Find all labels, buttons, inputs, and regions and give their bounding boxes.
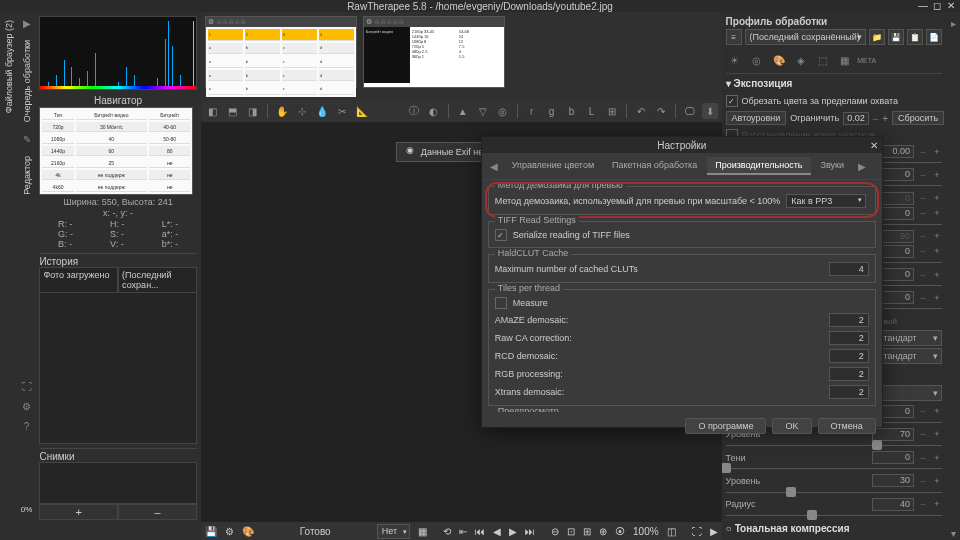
wb-picker-icon[interactable]: 💧 [314, 103, 330, 119]
filmstrip-thumb-1[interactable]: ⚙ ☆☆☆☆☆ 1234abcdabcdabcdabcd [205, 16, 357, 88]
save-icon[interactable]: ⬇ [702, 103, 718, 119]
queue-add-icon[interactable]: ⚙ [225, 526, 234, 537]
save-current-icon[interactable]: 💾 [205, 526, 217, 537]
focus-mask-icon[interactable]: ⊞ [604, 103, 620, 119]
profile-mode-icon[interactable]: ≡ [726, 29, 742, 45]
amaze-input[interactable]: 2 [829, 313, 869, 327]
rotate-right-icon[interactable]: ↷ [653, 103, 669, 119]
queue-icon[interactable]: ▶ [20, 16, 34, 30]
minimize-icon[interactable]: — [918, 1, 928, 11]
fullscreen-icon[interactable]: ⛶ [20, 379, 34, 393]
scroll-icon[interactable]: ▾ [946, 526, 960, 540]
profile-paste-icon[interactable]: 📄 [926, 29, 942, 45]
help-icon[interactable]: ? [20, 419, 34, 433]
batch-queue-tab[interactable]: Очередь обработки [22, 40, 32, 122]
sh-radius-input[interactable]: 40 [872, 498, 914, 511]
bg-icon[interactable]: ▦ [418, 526, 427, 537]
zoom-fit-icon[interactable]: ⊡ [567, 526, 575, 537]
nav-prev-icon[interactable]: ◀ [493, 526, 501, 537]
background-dropdown[interactable]: Нет [377, 524, 410, 539]
profile-select[interactable]: (Последний сохранённый) [745, 29, 866, 45]
about-button[interactable]: О программе [685, 418, 766, 434]
zoom-crop-icon[interactable]: ⊞ [583, 526, 591, 537]
sh-shadows-input[interactable]: 0 [872, 451, 914, 464]
histogram[interactable] [39, 16, 196, 90]
rgb-input[interactable]: 2 [829, 367, 869, 381]
panel-top-icon[interactable]: ⬒ [225, 103, 241, 119]
preferences-icon[interactable]: ⚙ [20, 399, 34, 413]
monitor-profile-icon[interactable]: 🖵 [682, 103, 698, 119]
tab-performance[interactable]: Производительность [707, 157, 810, 175]
preview-g-icon[interactable]: g [544, 103, 560, 119]
sh-radius-slider[interactable] [726, 514, 942, 517]
sh-level1-slider[interactable] [726, 444, 942, 447]
nav-prev2-icon[interactable]: ⏮ [475, 526, 485, 537]
clip-shadow-icon[interactable]: ▲ [455, 103, 471, 119]
ok-button[interactable]: OK [772, 418, 811, 434]
preview-l-icon[interactable]: L [584, 103, 600, 119]
gamut-icon[interactable]: ◎ [495, 103, 511, 119]
raw-tab-icon[interactable]: ▦ [836, 51, 854, 69]
close-icon[interactable]: ✕ [946, 1, 956, 11]
straighten-icon[interactable]: 📐 [354, 103, 370, 119]
profile-load-icon[interactable]: 📁 [869, 29, 885, 45]
zoom-in-icon[interactable]: ⊕ [599, 526, 607, 537]
panel-right-icon[interactable]: ◨ [245, 103, 261, 119]
history-row[interactable]: Фото загружено (Последний сохран... [39, 267, 196, 293]
info-icon[interactable]: ⓘ [406, 103, 422, 119]
crop-icon[interactable]: ✂ [334, 103, 350, 119]
collapse-icon[interactable]: ▸ [946, 16, 960, 30]
hand-icon[interactable]: ✋ [274, 103, 290, 119]
tab-sounds[interactable]: Звуки [813, 157, 852, 175]
panel-left-icon[interactable]: ◧ [205, 103, 221, 119]
editor-icon[interactable]: ✎ [20, 132, 34, 146]
maximize-icon[interactable]: ◻ [932, 1, 942, 11]
editor-tab[interactable]: Редактор [22, 156, 32, 195]
reset-button[interactable]: Сбросить [892, 111, 944, 125]
preview-b-icon[interactable]: b [564, 103, 580, 119]
picker-icon[interactable]: ⊹ [294, 103, 310, 119]
exposure-tab-icon[interactable]: ☀ [726, 51, 744, 69]
exposure-section[interactable]: ▾ Экспозиция [726, 76, 942, 91]
sh-shadows-slider[interactable] [726, 467, 942, 470]
nav-next-icon[interactable]: ▶ [509, 526, 517, 537]
tone-compression-section[interactable]: ○ Тональная компрессия [726, 521, 942, 536]
rotate-left-icon[interactable]: ↶ [633, 103, 649, 119]
nav-sync-icon[interactable]: ⟲ [443, 526, 451, 537]
collapse-right-icon[interactable]: ▶ [710, 526, 718, 537]
measure-checkbox[interactable] [495, 297, 507, 309]
cancel-button[interactable]: Отмена [818, 418, 876, 434]
reset-icon[interactable]: – [918, 147, 928, 157]
sh-level2-slider[interactable] [726, 490, 942, 493]
profile-save-icon[interactable]: 💾 [888, 29, 904, 45]
fullscreen-toggle-icon[interactable]: ⛶ [692, 526, 702, 537]
zoom-100-icon[interactable]: ⦿ [615, 526, 625, 537]
nav-first-icon[interactable]: ⇤ [459, 526, 467, 537]
filmstrip-thumb-2[interactable]: ⚙ ☆☆☆☆☆ Битрейт видео 2160p 33-451440p 1… [363, 16, 505, 88]
navigator-thumbnail[interactable]: ТипБитрейт видеоБитрейт720p30 Мбит/с40-6… [39, 107, 193, 195]
preview-r-icon[interactable]: r [524, 103, 540, 119]
rcd-input[interactable]: 2 [829, 349, 869, 363]
metadata-tab-icon[interactable]: META [858, 51, 876, 69]
zoom-out-icon[interactable]: ⊖ [551, 526, 559, 537]
clip-checkbox[interactable]: ✓ [726, 95, 738, 107]
clip-highlight-icon[interactable]: ▽ [475, 103, 491, 119]
demosaic-method-select[interactable]: Как в PP3 [786, 194, 866, 208]
tab-batch[interactable]: Пакетная обработка [604, 157, 705, 175]
nav-next2-icon[interactable]: ⏭ [525, 526, 535, 537]
before-after-icon[interactable]: ◐ [426, 103, 442, 119]
rawca-input[interactable]: 2 [829, 331, 869, 345]
tab-scroll-right-icon[interactable]: ▶ [854, 161, 870, 172]
detail-tab-icon[interactable]: ◎ [748, 51, 766, 69]
new-detail-icon[interactable]: ◫ [667, 526, 676, 537]
xtrans-input[interactable]: 2 [829, 385, 869, 399]
advanced-tab-icon[interactable]: ◈ [792, 51, 810, 69]
profile-copy-icon[interactable]: 📋 [907, 29, 923, 45]
tiff-serialize-checkbox[interactable]: ✓ [495, 229, 507, 241]
tab-scroll-left-icon[interactable]: ◀ [486, 161, 502, 172]
file-browser-tab[interactable]: Файловый браузер (2) [4, 20, 14, 113]
external-editor-icon[interactable]: 🎨 [242, 526, 254, 537]
clut-max-input[interactable]: 4 [829, 262, 869, 276]
transform-tab-icon[interactable]: ⬚ [814, 51, 832, 69]
clip-limit-input[interactable]: 0.02 [843, 112, 869, 125]
